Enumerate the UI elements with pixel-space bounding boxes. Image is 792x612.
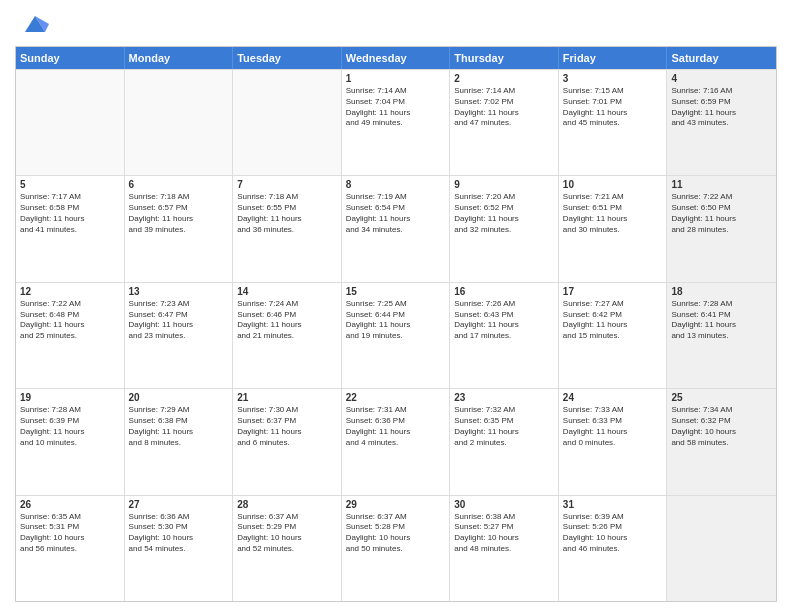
day-number: 24 — [563, 392, 663, 403]
day-cell-29: 29Sunrise: 6:37 AM Sunset: 5:28 PM Dayli… — [342, 496, 451, 601]
day-number: 9 — [454, 179, 554, 190]
day-info: Sunrise: 7:27 AM Sunset: 6:42 PM Dayligh… — [563, 299, 663, 342]
logo — [15, 10, 49, 38]
day-info: Sunrise: 7:21 AM Sunset: 6:51 PM Dayligh… — [563, 192, 663, 235]
calendar-header: SundayMondayTuesdayWednesdayThursdayFrid… — [16, 47, 776, 69]
day-number: 13 — [129, 286, 229, 297]
calendar-body: 1Sunrise: 7:14 AM Sunset: 7:04 PM Daylig… — [16, 69, 776, 601]
day-cell-9: 9Sunrise: 7:20 AM Sunset: 6:52 PM Daylig… — [450, 176, 559, 281]
day-cell-17: 17Sunrise: 7:27 AM Sunset: 6:42 PM Dayli… — [559, 283, 668, 388]
day-number: 29 — [346, 499, 446, 510]
empty-cell-0-0 — [16, 70, 125, 175]
day-number: 2 — [454, 73, 554, 84]
day-info: Sunrise: 7:32 AM Sunset: 6:35 PM Dayligh… — [454, 405, 554, 448]
day-number: 25 — [671, 392, 772, 403]
day-info: Sunrise: 7:30 AM Sunset: 6:37 PM Dayligh… — [237, 405, 337, 448]
day-number: 26 — [20, 499, 120, 510]
day-number: 19 — [20, 392, 120, 403]
day-info: Sunrise: 7:23 AM Sunset: 6:47 PM Dayligh… — [129, 299, 229, 342]
day-info: Sunrise: 6:36 AM Sunset: 5:30 PM Dayligh… — [129, 512, 229, 555]
logo-icon — [21, 10, 49, 38]
day-header-monday: Monday — [125, 47, 234, 69]
header — [15, 10, 777, 38]
day-header-sunday: Sunday — [16, 47, 125, 69]
day-cell-3: 3Sunrise: 7:15 AM Sunset: 7:01 PM Daylig… — [559, 70, 668, 175]
day-info: Sunrise: 7:29 AM Sunset: 6:38 PM Dayligh… — [129, 405, 229, 448]
day-info: Sunrise: 7:14 AM Sunset: 7:02 PM Dayligh… — [454, 86, 554, 129]
day-cell-20: 20Sunrise: 7:29 AM Sunset: 6:38 PM Dayli… — [125, 389, 234, 494]
day-cell-22: 22Sunrise: 7:31 AM Sunset: 6:36 PM Dayli… — [342, 389, 451, 494]
day-info: Sunrise: 7:24 AM Sunset: 6:46 PM Dayligh… — [237, 299, 337, 342]
day-cell-2: 2Sunrise: 7:14 AM Sunset: 7:02 PM Daylig… — [450, 70, 559, 175]
day-cell-8: 8Sunrise: 7:19 AM Sunset: 6:54 PM Daylig… — [342, 176, 451, 281]
day-number: 14 — [237, 286, 337, 297]
day-info: Sunrise: 7:33 AM Sunset: 6:33 PM Dayligh… — [563, 405, 663, 448]
day-cell-25: 25Sunrise: 7:34 AM Sunset: 6:32 PM Dayli… — [667, 389, 776, 494]
day-info: Sunrise: 7:14 AM Sunset: 7:04 PM Dayligh… — [346, 86, 446, 129]
day-header-saturday: Saturday — [667, 47, 776, 69]
day-number: 20 — [129, 392, 229, 403]
day-header-wednesday: Wednesday — [342, 47, 451, 69]
day-cell-4: 4Sunrise: 7:16 AM Sunset: 6:59 PM Daylig… — [667, 70, 776, 175]
day-number: 5 — [20, 179, 120, 190]
day-number: 31 — [563, 499, 663, 510]
day-cell-10: 10Sunrise: 7:21 AM Sunset: 6:51 PM Dayli… — [559, 176, 668, 281]
day-info: Sunrise: 7:22 AM Sunset: 6:48 PM Dayligh… — [20, 299, 120, 342]
day-number: 6 — [129, 179, 229, 190]
day-number: 3 — [563, 73, 663, 84]
day-info: Sunrise: 6:37 AM Sunset: 5:29 PM Dayligh… — [237, 512, 337, 555]
day-cell-18: 18Sunrise: 7:28 AM Sunset: 6:41 PM Dayli… — [667, 283, 776, 388]
day-info: Sunrise: 6:35 AM Sunset: 5:31 PM Dayligh… — [20, 512, 120, 555]
day-cell-13: 13Sunrise: 7:23 AM Sunset: 6:47 PM Dayli… — [125, 283, 234, 388]
day-number: 1 — [346, 73, 446, 84]
day-cell-15: 15Sunrise: 7:25 AM Sunset: 6:44 PM Dayli… — [342, 283, 451, 388]
day-info: Sunrise: 7:22 AM Sunset: 6:50 PM Dayligh… — [671, 192, 772, 235]
day-cell-12: 12Sunrise: 7:22 AM Sunset: 6:48 PM Dayli… — [16, 283, 125, 388]
day-cell-30: 30Sunrise: 6:38 AM Sunset: 5:27 PM Dayli… — [450, 496, 559, 601]
day-number: 11 — [671, 179, 772, 190]
day-info: Sunrise: 7:34 AM Sunset: 6:32 PM Dayligh… — [671, 405, 772, 448]
day-cell-16: 16Sunrise: 7:26 AM Sunset: 6:43 PM Dayli… — [450, 283, 559, 388]
calendar-row-3: 19Sunrise: 7:28 AM Sunset: 6:39 PM Dayli… — [16, 388, 776, 494]
day-number: 12 — [20, 286, 120, 297]
day-cell-23: 23Sunrise: 7:32 AM Sunset: 6:35 PM Dayli… — [450, 389, 559, 494]
day-cell-28: 28Sunrise: 6:37 AM Sunset: 5:29 PM Dayli… — [233, 496, 342, 601]
day-info: Sunrise: 7:25 AM Sunset: 6:44 PM Dayligh… — [346, 299, 446, 342]
calendar-row-1: 5Sunrise: 7:17 AM Sunset: 6:58 PM Daylig… — [16, 175, 776, 281]
day-cell-11: 11Sunrise: 7:22 AM Sunset: 6:50 PM Dayli… — [667, 176, 776, 281]
day-number: 21 — [237, 392, 337, 403]
day-number: 23 — [454, 392, 554, 403]
empty-cell-0-1 — [125, 70, 234, 175]
day-info: Sunrise: 7:19 AM Sunset: 6:54 PM Dayligh… — [346, 192, 446, 235]
day-info: Sunrise: 6:37 AM Sunset: 5:28 PM Dayligh… — [346, 512, 446, 555]
day-number: 8 — [346, 179, 446, 190]
day-cell-6: 6Sunrise: 7:18 AM Sunset: 6:57 PM Daylig… — [125, 176, 234, 281]
calendar-row-2: 12Sunrise: 7:22 AM Sunset: 6:48 PM Dayli… — [16, 282, 776, 388]
day-cell-1: 1Sunrise: 7:14 AM Sunset: 7:04 PM Daylig… — [342, 70, 451, 175]
day-info: Sunrise: 7:26 AM Sunset: 6:43 PM Dayligh… — [454, 299, 554, 342]
day-info: Sunrise: 7:15 AM Sunset: 7:01 PM Dayligh… — [563, 86, 663, 129]
day-info: Sunrise: 6:38 AM Sunset: 5:27 PM Dayligh… — [454, 512, 554, 555]
day-cell-27: 27Sunrise: 6:36 AM Sunset: 5:30 PM Dayli… — [125, 496, 234, 601]
day-cell-19: 19Sunrise: 7:28 AM Sunset: 6:39 PM Dayli… — [16, 389, 125, 494]
day-number: 4 — [671, 73, 772, 84]
day-cell-31: 31Sunrise: 6:39 AM Sunset: 5:26 PM Dayli… — [559, 496, 668, 601]
day-cell-26: 26Sunrise: 6:35 AM Sunset: 5:31 PM Dayli… — [16, 496, 125, 601]
day-number: 10 — [563, 179, 663, 190]
day-cell-21: 21Sunrise: 7:30 AM Sunset: 6:37 PM Dayli… — [233, 389, 342, 494]
day-number: 17 — [563, 286, 663, 297]
day-info: Sunrise: 7:18 AM Sunset: 6:57 PM Dayligh… — [129, 192, 229, 235]
day-header-friday: Friday — [559, 47, 668, 69]
calendar: SundayMondayTuesdayWednesdayThursdayFrid… — [15, 46, 777, 602]
day-info: Sunrise: 6:39 AM Sunset: 5:26 PM Dayligh… — [563, 512, 663, 555]
day-number: 30 — [454, 499, 554, 510]
calendar-row-4: 26Sunrise: 6:35 AM Sunset: 5:31 PM Dayli… — [16, 495, 776, 601]
empty-cell-0-2 — [233, 70, 342, 175]
day-number: 7 — [237, 179, 337, 190]
day-cell-5: 5Sunrise: 7:17 AM Sunset: 6:58 PM Daylig… — [16, 176, 125, 281]
day-info: Sunrise: 7:20 AM Sunset: 6:52 PM Dayligh… — [454, 192, 554, 235]
day-info: Sunrise: 7:18 AM Sunset: 6:55 PM Dayligh… — [237, 192, 337, 235]
day-number: 27 — [129, 499, 229, 510]
day-number: 15 — [346, 286, 446, 297]
day-cell-14: 14Sunrise: 7:24 AM Sunset: 6:46 PM Dayli… — [233, 283, 342, 388]
